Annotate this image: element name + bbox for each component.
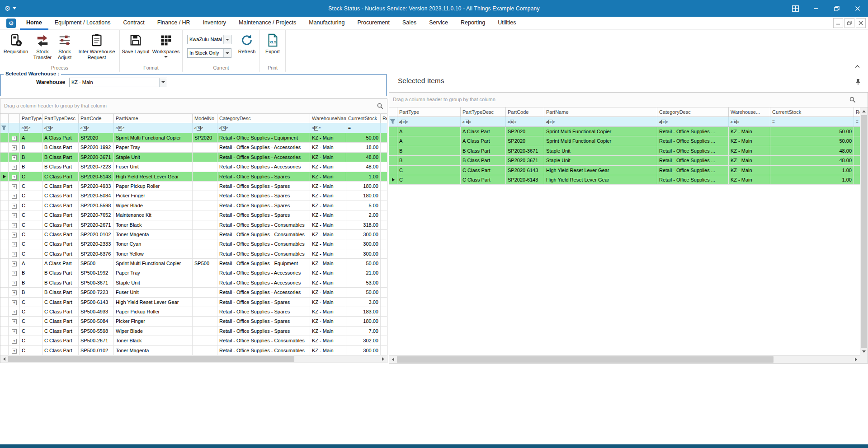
right-vscroll-thumb[interactable]	[861, 115, 867, 348]
app-menu-button[interactable]: ⚙	[6, 19, 16, 28]
table-row[interactable]: AA Class PartSP2020Sprint Multi Function…	[389, 136, 868, 146]
column-header-partcode[interactable]: PartCode	[79, 114, 114, 123]
tab-inventory[interactable]: Inventory	[197, 17, 232, 30]
grid-cell[interactable]: C	[20, 317, 42, 326]
row-expand-button[interactable]: +	[9, 249, 20, 258]
grid-cell[interactable]: B	[20, 143, 42, 152]
grid-cell[interactable]: KZ - Main	[310, 133, 346, 142]
grid-cell[interactable]	[381, 288, 387, 297]
grid-cell[interactable]: SP500	[193, 259, 217, 268]
grid-cell[interactable]: Wiper Blade	[114, 327, 193, 336]
export-button[interactable]: XLS Export	[261, 32, 284, 64]
grid-cell[interactable]: KZ - Main	[729, 156, 770, 165]
grid-cell[interactable]: C Class Part	[42, 201, 79, 210]
grid-cell[interactable]: SP2020-6143	[506, 175, 544, 184]
grid-cell[interactable]: KZ - Main	[310, 278, 346, 287]
grid-cell[interactable]: SP500	[79, 259, 114, 268]
save-layout-button[interactable]: Save Layout	[121, 32, 151, 64]
mdi-close-button[interactable]	[856, 18, 866, 28]
tab-procurement[interactable]: Procurement	[351, 17, 396, 30]
grid-cell[interactable]	[381, 143, 387, 152]
grid-cell[interactable]: 1.00	[346, 172, 381, 181]
filter-cell-contains[interactable]: abc	[114, 123, 193, 133]
row-expand-button[interactable]: +	[9, 317, 20, 326]
grid-cell[interactable]: KZ - Main	[310, 230, 346, 239]
grid-cell[interactable]	[193, 336, 217, 345]
tab-utilities[interactable]: Utilities	[491, 17, 522, 30]
column-header-categorydesc[interactable]: CategoryDesc	[217, 114, 310, 123]
column-header-modelno[interactable]: ModelNo	[193, 114, 217, 123]
grid-cell[interactable]: SP2020	[79, 133, 114, 142]
grid-cell[interactable]: Picker Finger	[114, 191, 193, 200]
filter-cell-contains[interactable]: abc	[544, 117, 657, 126]
grid-cell[interactable]: 5.00	[346, 201, 381, 210]
row-expand-button[interactable]: +	[9, 133, 20, 142]
grid-cell[interactable]: KZ - Main	[310, 191, 346, 200]
grid-cell[interactable]: SP2020-6143	[506, 166, 544, 175]
grid-cell[interactable]	[381, 327, 387, 336]
grid-cell[interactable]: SP2020-7652	[79, 210, 114, 219]
grid-cell[interactable]: 50.00	[346, 259, 381, 268]
grid-cell[interactable]: C Class Part	[42, 220, 79, 229]
row-expand-button[interactable]: +	[9, 230, 20, 239]
table-row[interactable]: +CC Class PartSP500-5084Picker FingerRet…	[0, 317, 387, 326]
filter-cell-empty[interactable]	[381, 123, 387, 133]
column-header-partname[interactable]: PartName	[114, 114, 193, 123]
grid-cell[interactable]	[193, 172, 217, 181]
table-row[interactable]: +CC Class PartSP500-4933Paper Pickup Rol…	[0, 307, 387, 317]
row-expand-button[interactable]: +	[9, 239, 20, 248]
table-row[interactable]: CC Class PartSP2020-6143High Yield Reset…	[389, 175, 868, 185]
mdi-restore-button[interactable]	[844, 18, 854, 28]
grid-cell[interactable]: Fuser Unit	[114, 162, 193, 171]
row-expand-button[interactable]: +	[9, 220, 20, 229]
grid-cell[interactable]	[193, 268, 217, 277]
right-group-by-panel[interactable]: Drag a column header to group by that co…	[389, 93, 868, 107]
grid-cell[interactable]: 180.00	[346, 191, 381, 200]
grid-cell[interactable]: C	[397, 166, 461, 175]
close-button[interactable]	[847, 0, 868, 17]
grid-cell[interactable]: SP2020-5084	[79, 191, 114, 200]
grid-cell[interactable]: Retail - Office Supplies - Accessories	[217, 143, 310, 152]
grid-cell[interactable]	[193, 210, 217, 219]
tab-equipment-locations[interactable]: Equipment / Locations	[48, 17, 117, 30]
grid-cell[interactable]: KZ - Main	[729, 146, 770, 155]
scroll-left-button[interactable]	[389, 356, 397, 363]
grid-cell[interactable]: SP2020-3671	[506, 156, 544, 165]
grid-cell[interactable]: Retail - Office Supplies ...	[657, 166, 729, 175]
grid-cell[interactable]: C	[20, 327, 42, 336]
grid-cell[interactable]: C Class Part	[42, 346, 79, 355]
search-icon[interactable]	[377, 103, 383, 111]
workspace-grid-icon[interactable]	[785, 0, 806, 17]
minimize-button[interactable]	[806, 0, 826, 17]
grid-cell[interactable]: 302.00	[346, 336, 381, 345]
grid-cell[interactable]: Toner Magenta	[114, 346, 193, 355]
grid-cell[interactable]: Toner Cyan	[114, 239, 193, 248]
grid-cell[interactable]: 48.00	[770, 156, 854, 165]
grid-cell[interactable]: Retail - Office Supplies - Accessories	[217, 278, 310, 287]
row-expand-button[interactable]: +	[9, 278, 20, 287]
grid-cell[interactable]: SP2020-4933	[79, 182, 114, 191]
grid-cell[interactable]: Paper Pickup Roller	[114, 182, 193, 191]
region-dropdown-arrow-icon[interactable]	[223, 35, 231, 44]
grid-cell[interactable]: SP500-5598	[79, 327, 114, 336]
grid-cell[interactable]: SP500-3671	[79, 278, 114, 287]
grid-cell[interactable]	[193, 317, 217, 326]
filter-cell-contains[interactable]: abc	[397, 117, 461, 126]
tab-finance-hr[interactable]: Finance / HR	[151, 17, 197, 30]
grid-cell[interactable]	[381, 239, 387, 248]
grid-cell[interactable]: KZ - Main	[729, 136, 770, 145]
column-header-currentstock[interactable]: CurrentStock	[770, 107, 854, 117]
grid-cell[interactable]: Retail - Office Supplies - Accessories	[217, 162, 310, 171]
grid-cell[interactable]: KZ - Main	[310, 182, 346, 191]
grid-cell[interactable]: Retail - Office Supplies - Spares	[217, 172, 310, 181]
table-row[interactable]: +BB Class PartSP500-7223Fuser UnitRetail…	[0, 288, 387, 297]
titlebar-dropdown-caret-icon[interactable]	[13, 7, 16, 9]
grid-cell[interactable]: KZ - Main	[310, 346, 346, 355]
grid-cell[interactable]	[381, 230, 387, 239]
grid-cell[interactable]: Retail - Office Supplies ...	[657, 127, 729, 136]
grid-cell[interactable]	[381, 201, 387, 210]
grid-cell[interactable]: A Class Part	[42, 259, 79, 268]
grid-cell[interactable]: B	[20, 268, 42, 277]
grid-cell[interactable]: High Yield Reset Lever Gear	[544, 166, 657, 175]
grid-cell[interactable]	[193, 288, 217, 297]
